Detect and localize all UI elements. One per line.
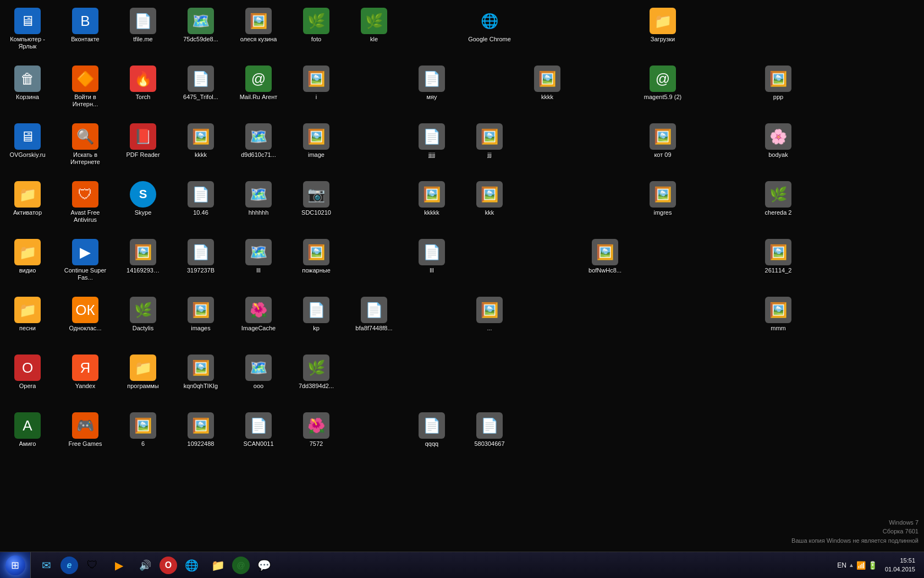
taskbar-opera[interactable]: O bbox=[160, 557, 177, 574]
desktop-icon-num7572[interactable]: 🌺 7572 bbox=[292, 409, 341, 451]
icon-label-1046: 10.46 bbox=[193, 209, 208, 216]
desktop-icon-580304667[interactable]: 📄 580304667 bbox=[465, 409, 514, 451]
desktop-icon-kkkk2[interactable]: 🖼️ kkkk bbox=[176, 120, 226, 162]
desktop-icon-foto[interactable]: 🌿 foto bbox=[292, 4, 341, 46]
desktop-icon-bodyak[interactable]: 🌸 bodyak bbox=[754, 120, 803, 162]
desktop-icon-jjjjj[interactable]: 📄 jjjjj bbox=[407, 120, 457, 162]
taskbar-ie[interactable]: e bbox=[61, 557, 78, 574]
desktop-icon-imgres[interactable]: 🖼️ imgres bbox=[638, 178, 688, 220]
taskbar-media[interactable]: ▶ bbox=[107, 553, 131, 577]
icon-label-kle: kle bbox=[370, 36, 378, 43]
desktop-icon-freegames[interactable]: 🎮 Free Games bbox=[61, 409, 110, 451]
system-clock[interactable]: 15:51 01.04.2015 bbox=[881, 557, 920, 574]
desktop-icon-1046[interactable]: 📄 10.46 bbox=[176, 178, 226, 220]
desktop-icon-lll2[interactable]: 📄 lll bbox=[407, 236, 457, 277]
taskbar-explorer[interactable]: 📁 bbox=[206, 553, 230, 577]
desktop-icon-kot09[interactable]: 🖼️ кот 09 bbox=[638, 120, 688, 162]
icon-label-lll2: lll bbox=[430, 267, 433, 274]
tray-arrow[interactable]: ▲ bbox=[849, 562, 854, 568]
desktop-icon-войти[interactable]: 🔶 Войти в Интерн... bbox=[61, 62, 110, 111]
desktop-icon-d9d610c71[interactable]: 🗺️ d9d610c71... bbox=[234, 120, 283, 162]
desktop-icon-qqqq[interactable]: 📄 qqqq bbox=[407, 409, 457, 451]
desktop-icon-mailru[interactable]: @ Mail.Ru Агент bbox=[234, 62, 283, 104]
desktop-icon-magent[interactable]: @ magent5.9 (2) bbox=[638, 62, 688, 104]
desktop-icon-yandex[interactable]: Я Yandex bbox=[61, 351, 110, 393]
icon-label-odnoklasniki: Одноклас... bbox=[69, 325, 101, 332]
desktop-icon-tfileme[interactable]: 📄 tfile.me bbox=[118, 4, 168, 46]
desktop-icon-kkkkk[interactable]: 🖼️ kkkkk bbox=[407, 178, 457, 220]
icon-label-kkkk2: kkkk bbox=[195, 151, 207, 159]
desktop-icon-opera[interactable]: O Opera bbox=[3, 351, 52, 393]
desktop-icon-dactylis[interactable]: 🌿 Dactylis bbox=[118, 293, 168, 335]
desktop-icon-kp[interactable]: 📄 kp bbox=[292, 293, 341, 335]
icon-label-kot09: кот 09 bbox=[654, 151, 671, 159]
taskbar: ⊞ ✉ e 🛡 ▶ 🔊 O 🌐 📁 @ 💬 EN ▲ 📶 🔋 15:51 01.… bbox=[0, 552, 924, 578]
taskbar-volume[interactable]: 🔊 bbox=[133, 553, 157, 577]
desktop-icon-google_chrome[interactable]: 🌐 Google Chrome bbox=[465, 4, 514, 46]
taskbar-mailru[interactable]: @ bbox=[232, 557, 250, 574]
desktop-icon-myau[interactable]: 📄 мяу bbox=[407, 62, 457, 104]
desktop-icon-programmy[interactable]: 📁 программы bbox=[118, 351, 168, 393]
icon-label-dots: ... bbox=[487, 325, 492, 332]
desktop-icon-kqn0qhtikig[interactable]: 🖼️ kqn0qhTIKIg bbox=[176, 351, 226, 393]
desktop-icon-skype[interactable]: S Skype bbox=[118, 178, 168, 220]
desktop-icon-amigo[interactable]: A Амиго bbox=[3, 409, 52, 451]
desktop-icon-14169293[interactable]: 🖼️ 14169293… bbox=[118, 236, 168, 277]
desktop-icon-iskat[interactable]: 🔍 Искать в Интернете bbox=[61, 120, 110, 169]
desktop-icon-korzina[interactable]: 🗑 Корзина bbox=[3, 62, 52, 104]
taskbar-mail[interactable]: ✉ bbox=[34, 553, 58, 577]
desktop-icon-261114_2[interactable]: 🖼️ 261114_2 bbox=[754, 236, 803, 277]
icon-label-pesni: песни bbox=[19, 325, 36, 332]
desktop-icon-chereda2[interactable]: 🌿 chereda 2 bbox=[754, 178, 803, 220]
desktop-icon-kle[interactable]: 🌿 kle bbox=[349, 4, 399, 46]
desktop-icon-pojarnye[interactable]: 🖼️ пожарные bbox=[292, 236, 341, 277]
taskbar-chrome[interactable]: 🌐 bbox=[179, 553, 204, 577]
taskbar-avast[interactable]: 🛡 bbox=[80, 553, 105, 577]
desktop-icon-mmm[interactable]: 🖼️ mmm bbox=[754, 293, 803, 335]
desktop-icon-avast[interactable]: 🛡 Avast Free Antivirus bbox=[61, 178, 110, 227]
desktop-icon-kkk[interactable]: 🖼️ kkk bbox=[465, 178, 514, 220]
desktop-icon-odnoklasniki[interactable]: ОК Одноклас... bbox=[61, 293, 110, 335]
desktop-icon-num6[interactable]: 🖼️ 6 bbox=[118, 409, 168, 451]
desktop-icon-bfa8f7448[interactable]: 📄 bfa8f7448f8... bbox=[349, 293, 399, 335]
icon-label-vidio: видио bbox=[19, 267, 36, 274]
desktop-icon-aktivator[interactable]: 📁 Активатор bbox=[3, 178, 52, 220]
desktop-icon-6475trifol[interactable]: 📄 6475_Trifol... bbox=[176, 62, 226, 104]
desktop-icon-imagecache[interactable]: 🌺 ImageCache bbox=[234, 293, 283, 335]
desktop-icon-olesya[interactable]: 🖼️ олеся кузина bbox=[234, 4, 283, 46]
desktop-icon-images[interactable]: 🖼️ images bbox=[176, 293, 226, 335]
desktop-icon-image[interactable]: 🖼️ image bbox=[292, 120, 341, 162]
desktop-icon-torch[interactable]: 🔥 Torch bbox=[118, 62, 168, 104]
desktop-icon-pesni[interactable]: 📁 песни bbox=[3, 293, 52, 335]
start-button[interactable]: ⊞ bbox=[0, 552, 31, 579]
desktop-icon-scan0011[interactable]: 📄 SCAN0011 bbox=[234, 409, 283, 451]
desktop-icon-i[interactable]: 🖼️ i bbox=[292, 62, 341, 104]
desktop-icon-ovgorskiy[interactable]: 🖥 OVGorskiy.ru bbox=[3, 120, 52, 162]
desktop-icon-3197237b[interactable]: 📄 3197237B bbox=[176, 236, 226, 277]
desktop-icon-jjj[interactable]: 🖼️ jjj bbox=[465, 120, 514, 162]
desktop-icon-zagruzki[interactable]: 📁 Загрузки bbox=[638, 4, 688, 46]
desktop-icon-ppp[interactable]: 🖼️ ppp bbox=[754, 62, 803, 104]
icon-label-kkkk_small: kkkk bbox=[541, 94, 553, 101]
desktop-icon-hhhhhh[interactable]: 🗺️ hhhhhh bbox=[234, 178, 283, 220]
icon-label-580304667: 580304667 bbox=[474, 440, 504, 448]
desktop-icon-ooo[interactable]: 🗺️ ooo bbox=[234, 351, 283, 393]
desktop-icon-10922488[interactable]: 🖼️ 10922488 bbox=[176, 409, 226, 451]
icon-label-num6: 6 bbox=[141, 440, 145, 448]
desktop-icon-map75dc[interactable]: 🗺️ 75dc59de8... bbox=[176, 4, 226, 46]
icon-label-korzina: Корзина bbox=[16, 94, 39, 101]
desktop-icon-7dd3894d2[interactable]: 🌿 7dd3894d2... bbox=[292, 351, 341, 393]
icon-label-jjjjj: jjjjj bbox=[428, 151, 435, 159]
desktop-icon-bofnwhc8[interactable]: 🖼️ bofNwHc8... bbox=[580, 236, 630, 277]
desktop-icon-computer[interactable]: 🖥 Компьютер - Ярлык bbox=[3, 4, 52, 53]
desktop-icon-kkkk_small[interactable]: 🖼️ kkkk bbox=[522, 62, 572, 104]
icon-label-3197237b: 3197237B bbox=[187, 267, 215, 274]
desktop-icon-vkontakte[interactable]: В Вконтакте bbox=[61, 4, 110, 46]
desktop-icon-pdfreader[interactable]: 📕 PDF Reader bbox=[118, 120, 168, 162]
desktop-icon-lll_folder[interactable]: 🗺️ lll bbox=[234, 236, 283, 277]
desktop-icon-dots[interactable]: 🖼️ ... bbox=[465, 293, 514, 335]
taskbar-skype[interactable]: 💬 bbox=[252, 553, 276, 577]
desktop-icon-sdc10210[interactable]: 📷 SDC10210 bbox=[292, 178, 341, 220]
desktop-icon-vidio[interactable]: 📁 видио bbox=[3, 236, 52, 277]
desktop-icon-continue[interactable]: ▶ Continue Super Fas... bbox=[61, 236, 110, 285]
